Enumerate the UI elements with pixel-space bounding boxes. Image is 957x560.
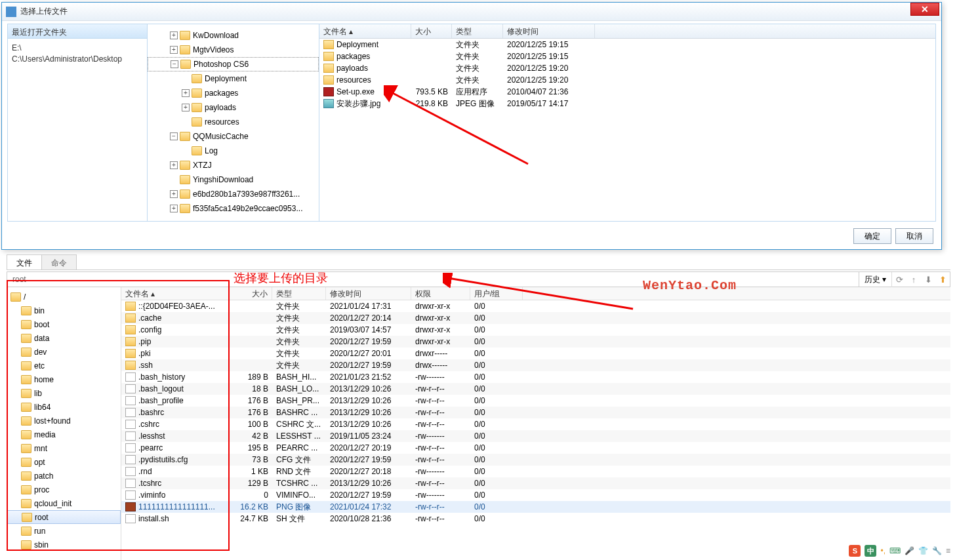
tree-expander-icon[interactable] xyxy=(182,118,190,126)
file-row[interactable]: resources文件夹2020/12/25 19:20 xyxy=(319,74,935,86)
tree-item[interactable]: −QQMusicCache xyxy=(148,129,319,144)
dir-item[interactable]: lost+found xyxy=(7,414,121,428)
dir-item[interactable]: home xyxy=(7,372,121,386)
remote-row[interactable]: 1111111111111111...16.2 KBPNG 图像2021/01/… xyxy=(121,501,950,513)
history-button[interactable]: 历史 ▾ xyxy=(859,272,892,287)
ime-keyboard-icon[interactable]: ⌨ xyxy=(889,546,901,555)
tree-item[interactable]: +packages xyxy=(148,86,319,100)
download-icon[interactable]: ⬇ xyxy=(921,273,935,286)
dir-item[interactable]: data xyxy=(7,331,121,345)
ime-punct-icon[interactable]: •, xyxy=(880,546,886,555)
rcol-owner[interactable]: 用户/组 xyxy=(470,287,523,300)
remote-dir-tree[interactable]: / binbootdatadevetchomeliblib64lost+foun… xyxy=(7,287,121,560)
dir-item[interactable]: patch xyxy=(7,469,121,483)
remote-row[interactable]: .viminfo0VIMINFO...2020/12/27 19:59-rw--… xyxy=(121,489,950,501)
cancel-button[interactable]: 取消 xyxy=(895,228,933,244)
titlebar[interactable]: 选择上传文件 ✕ xyxy=(2,3,941,21)
tree-expander-icon[interactable]: + xyxy=(170,161,178,169)
recent-path[interactable]: C:\Users\Administrator\Desktop xyxy=(12,54,143,65)
dir-item[interactable]: root xyxy=(7,510,121,524)
tree-expander-icon[interactable]: − xyxy=(171,60,178,68)
file-row[interactable]: payloads文件夹2020/12/25 19:20 xyxy=(319,62,935,74)
tree-expander-icon[interactable]: + xyxy=(182,89,190,97)
tree-expander-icon[interactable] xyxy=(182,147,190,155)
recent-paths[interactable]: E:\ C:\Users\Administrator\Desktop xyxy=(8,39,147,69)
dir-root[interactable]: / xyxy=(7,290,121,304)
ime-mic-icon[interactable]: 🎤 xyxy=(905,546,914,555)
dir-item[interactable]: boot xyxy=(7,317,121,331)
tree-item[interactable]: Log xyxy=(148,144,319,158)
remote-row[interactable]: .pydistutils.cfg73 BCFG 文件2020/12/27 19:… xyxy=(121,454,950,466)
dir-item[interactable]: bin xyxy=(7,304,121,317)
ime-s-icon[interactable]: S xyxy=(849,545,861,557)
close-button[interactable]: ✕ xyxy=(910,3,939,16)
rcol-mtime[interactable]: 修改时间 xyxy=(326,287,411,300)
remote-row[interactable]: .pip文件夹2020/12/27 19:59drwxr-xr-x0/0 xyxy=(121,336,950,348)
tree-item[interactable]: resources xyxy=(148,115,319,129)
tree-expander-icon[interactable] xyxy=(170,176,178,184)
tree-item[interactable]: YingshiDownload xyxy=(148,172,319,187)
tree-item[interactable]: +MgtvVideos xyxy=(148,43,319,57)
remote-row[interactable]: .config文件夹2019/03/07 14:57drwxr-xr-x0/0 xyxy=(121,324,950,336)
tree-item[interactable]: +XTZJ xyxy=(148,158,319,172)
dir-item[interactable]: dev xyxy=(7,345,121,359)
dir-item[interactable]: run xyxy=(7,524,121,538)
tree-expander-icon[interactable]: + xyxy=(170,46,178,54)
ime-tool-icon[interactable]: 🔧 xyxy=(932,546,942,555)
tree-expander-icon[interactable]: + xyxy=(170,31,178,39)
tab-cmd[interactable]: 命令 xyxy=(41,254,77,270)
dir-item[interactable]: lib64 xyxy=(7,400,121,414)
upload-icon[interactable]: ⬆ xyxy=(935,273,950,286)
remote-row[interactable]: .pki文件夹2020/12/27 20:01drwxr-----0/0 xyxy=(121,348,950,359)
dir-item[interactable]: lib xyxy=(7,386,121,400)
remote-file-list[interactable]: 文件名 ▴ 大小 类型 修改时间 权限 用户/组 ::{20D04FE0-3AE… xyxy=(121,287,950,560)
folder-tree[interactable]: +KwDownload+MgtvVideos−Photoshop CS6 Dep… xyxy=(148,24,319,221)
remote-row[interactable]: .rnd1 KBRND 文件2020/12/27 20:18-rw-------… xyxy=(121,466,950,477)
tree-expander-icon[interactable]: + xyxy=(170,190,178,198)
remote-row[interactable]: .lesshst42 BLESSHST ...2019/11/05 23:24-… xyxy=(121,430,950,442)
dir-item[interactable]: qcloud_init xyxy=(7,496,121,510)
dir-item[interactable]: etc xyxy=(7,359,121,372)
tree-item[interactable]: +e6bd280b1a7393e987ff3261... xyxy=(148,187,319,201)
tree-item[interactable]: +payloads xyxy=(148,100,319,115)
dir-item[interactable]: opt xyxy=(7,455,121,469)
rcol-size[interactable]: 大小 xyxy=(229,287,272,300)
remote-row[interactable]: .bash_history189 BBASH_HI...2021/01/23 2… xyxy=(121,371,950,383)
refresh-icon[interactable]: ⟳ xyxy=(892,273,906,286)
remote-row[interactable]: .cshrc100 BCSHRC 文...2013/12/29 10:26-rw… xyxy=(121,418,950,430)
recent-path[interactable]: E:\ xyxy=(12,43,143,54)
file-row[interactable]: 安装步骤.jpg219.8 KBJPEG 图像2019/05/17 14:17 xyxy=(319,98,935,110)
dir-item[interactable]: proc xyxy=(7,483,121,496)
tree-expander-icon[interactable]: + xyxy=(182,104,190,111)
rcol-perm[interactable]: 权限 xyxy=(411,287,470,300)
file-row[interactable]: Set-up.exe793.5 KB应用程序2010/04/07 21:36 xyxy=(319,86,935,98)
up-arrow-icon[interactable]: ↑ xyxy=(906,273,921,286)
tree-expander-icon[interactable]: + xyxy=(170,205,178,212)
col-size[interactable]: 大小 xyxy=(411,24,452,38)
remote-row[interactable]: .cache文件夹2020/12/27 20:14drwxr-xr-x0/0 xyxy=(121,312,950,324)
tree-expander-icon[interactable] xyxy=(182,75,190,83)
remote-row[interactable]: .bash_logout18 BBASH_LO...2013/12/29 10:… xyxy=(121,383,950,395)
remote-row[interactable]: .bashrc176 BBASHRC ...2013/12/29 10:26-r… xyxy=(121,407,950,418)
file-row[interactable]: Deployment文件夹2020/12/25 19:15 xyxy=(319,39,935,50)
tree-item[interactable]: Deployment xyxy=(148,71,319,86)
dir-item[interactable]: sbin xyxy=(7,538,121,551)
ok-button[interactable]: 确定 xyxy=(853,228,891,244)
ime-zh-icon[interactable]: 中 xyxy=(865,545,876,557)
file-list[interactable]: Deployment文件夹2020/12/25 19:15packages文件夹… xyxy=(319,39,935,221)
remote-row[interactable]: .ssh文件夹2020/12/27 19:59drwx------0/0 xyxy=(121,359,950,371)
rcol-name[interactable]: 文件名 ▴ xyxy=(121,287,229,300)
tree-item[interactable]: +f535fa5ca149b2e9ccaec0953... xyxy=(148,201,319,216)
ime-skin-icon[interactable]: 👕 xyxy=(918,546,928,555)
dir-item[interactable]: media xyxy=(7,428,121,441)
remote-row[interactable]: .bash_profile176 BBASH_PR...2013/12/29 1… xyxy=(121,395,950,407)
remote-row[interactable]: .tcshrc129 BTCSHRC ...2013/12/29 10:26-r… xyxy=(121,477,950,489)
col-name[interactable]: 文件名 ▴ xyxy=(319,24,411,38)
col-mtime[interactable]: 修改时间 xyxy=(503,24,595,38)
file-row[interactable]: packages文件夹2020/12/25 19:15 xyxy=(319,50,935,62)
tree-item[interactable]: +KwDownload xyxy=(148,28,319,43)
remote-row[interactable]: ::{20D04FE0-3AEA-...文件夹2021/01/24 17:31d… xyxy=(121,300,950,312)
dir-item[interactable]: mnt xyxy=(7,441,121,455)
tab-file[interactable]: 文件 xyxy=(7,254,42,270)
ime-menu-icon[interactable]: ≡ xyxy=(946,546,950,555)
